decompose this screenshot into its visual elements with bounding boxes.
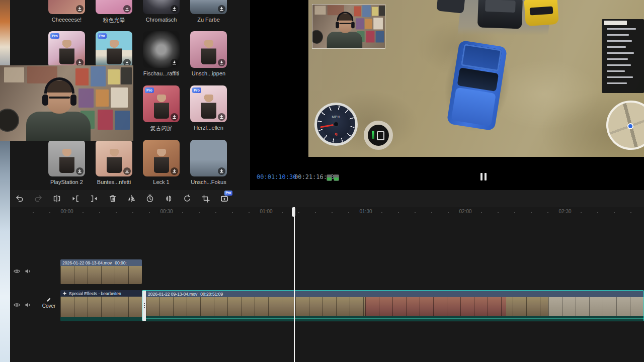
effect-label: Chromatisch (138, 17, 184, 23)
flip-button[interactable] (164, 194, 173, 203)
clip-trim-handle[interactable] (142, 291, 146, 321)
track2-mute-toggle[interactable] (23, 300, 32, 309)
download-icon[interactable] (218, 167, 225, 175)
desktop-background-strip (0, 0, 10, 362)
poster (98, 110, 113, 130)
clip-audio-strip (60, 317, 142, 321)
poster (78, 88, 94, 108)
speedometer-hud: MPH 9 (314, 103, 358, 146)
effect-item[interactable]: Zu Farbe (190, 0, 227, 14)
delete-button[interactable] (108, 194, 117, 203)
download-icon[interactable] (171, 113, 178, 121)
download-icon[interactable] (76, 167, 84, 175)
split-button[interactable] (52, 194, 61, 203)
timeline-clip-track2-selected[interactable]: 2026-01-22 09-13-04.mov 00:20:51:09 (142, 290, 644, 321)
effect-thumbnail[interactable] (190, 140, 227, 176)
microphone (0, 109, 19, 132)
menu-line (607, 64, 631, 66)
fuel-gauge-hud (364, 121, 393, 150)
effect-thumbnail[interactable] (143, 31, 180, 68)
track1-mute-toggle[interactable] (23, 266, 32, 276)
menu-line (607, 52, 634, 54)
download-icon[interactable] (171, 59, 178, 66)
timeline-panel: 00:00 00:30 01:00 01:30 02:00 02:30 Cove… (10, 207, 644, 362)
poster (115, 111, 130, 130)
poster (366, 31, 375, 43)
effect-thumbnail[interactable] (96, 0, 132, 14)
effect-label: Cheeeeese! (44, 17, 90, 23)
effect-thumbnail[interactable] (143, 0, 180, 14)
undo-button[interactable] (15, 194, 24, 203)
effect-item[interactable]: Unsch...ippen (190, 31, 227, 68)
cover-label: Cover (42, 303, 56, 309)
download-icon[interactable] (218, 113, 225, 121)
download-icon[interactable] (218, 59, 225, 66)
effect-item[interactable]: Cheeeeese! (48, 0, 85, 14)
clip-filmstrip (146, 297, 643, 317)
special-effects-clip[interactable]: Special Effects - bearbeiten (60, 290, 142, 321)
trim-left-button[interactable] (71, 194, 80, 203)
poster (111, 87, 128, 108)
track1-visibility-toggle[interactable] (12, 266, 21, 276)
speedometer-hub (333, 121, 339, 127)
effect-item[interactable]: Chromatisch (143, 0, 180, 14)
person-torso (26, 112, 91, 141)
download-icon[interactable] (123, 167, 131, 175)
pause-button[interactable] (480, 173, 487, 180)
redo-button[interactable] (34, 194, 43, 203)
microphone (312, 30, 323, 44)
audio-meter-icon[interactable] (334, 174, 339, 181)
download-icon[interactable] (76, 5, 84, 13)
effect-item[interactable]: Pro Herzf...ellen (190, 85, 227, 122)
timeline-ruler[interactable]: 00:00 00:30 01:00 01:30 02:00 02:30 (10, 207, 644, 217)
effect-item[interactable]: PlayStation 2 (48, 140, 85, 176)
menu-title-bar (604, 21, 627, 25)
effect-item[interactable]: Pro (96, 31, 132, 68)
ruler-label: 01:00 (258, 209, 274, 214)
speed-button[interactable] (145, 194, 154, 203)
download-icon[interactable] (123, 5, 131, 13)
poster (356, 18, 364, 29)
ruler-label: 00:30 (158, 209, 174, 214)
ruler-label: 00:00 (59, 209, 74, 214)
pro-badge: Pro (224, 191, 232, 196)
playhead-line (294, 207, 295, 362)
effect-thumbnail[interactable] (190, 0, 227, 14)
audio-meter-icon[interactable] (327, 174, 332, 181)
effect-thumbnail[interactable] (48, 0, 85, 14)
effect-item[interactable]: Buntes...nfetti (96, 140, 132, 176)
effect-thumbnail[interactable] (96, 140, 132, 176)
effect-item[interactable]: Pro 复古闪屏 (143, 85, 180, 122)
download-icon[interactable] (171, 5, 178, 13)
effect-thumbnail[interactable]: Pro (190, 85, 227, 122)
rotate-button[interactable] (183, 194, 192, 203)
effect-item[interactable]: Fischau...raffiti (143, 31, 180, 68)
timeline-clip-track1[interactable]: 2026-01-22 09-13-04.mov 00:00: (60, 259, 142, 284)
effect-item[interactable]: 粉色光晕 (96, 0, 132, 14)
crop-button[interactable] (201, 194, 210, 203)
effect-thumbnail[interactable] (48, 140, 85, 176)
edit-toolbar: Pro (10, 190, 644, 207)
mask-pro-button[interactable]: Pro (220, 194, 229, 203)
effects-clip-label: Special Effects - bearbeiten (69, 291, 121, 296)
download-icon[interactable] (171, 167, 178, 175)
clip-start-time: 00:20:51:09 (200, 292, 223, 297)
pro-badge: Pro (50, 33, 59, 39)
effect-thumbnail[interactable] (190, 31, 227, 68)
effect-thumbnail[interactable]: Pro (96, 31, 132, 68)
pencil-icon (46, 297, 52, 303)
effect-item[interactable]: Pro (48, 31, 85, 68)
trim-right-button[interactable] (90, 194, 99, 203)
effect-thumbnail[interactable]: Pro (143, 85, 180, 122)
effect-label: Unsch...ippen (186, 70, 231, 76)
mirror-button[interactable] (127, 194, 136, 203)
playhead-handle[interactable] (292, 207, 295, 217)
poster (4, 67, 24, 82)
download-icon[interactable] (218, 5, 225, 13)
track2-visibility-toggle[interactable] (12, 300, 21, 309)
cover-button[interactable]: Cover (39, 297, 58, 314)
effect-thumbnail[interactable] (143, 140, 180, 176)
effect-item[interactable]: Unsch...Fokus (190, 140, 227, 176)
effect-thumbnail[interactable]: Pro (48, 31, 85, 68)
effect-item[interactable]: Leck 1 (143, 140, 180, 176)
